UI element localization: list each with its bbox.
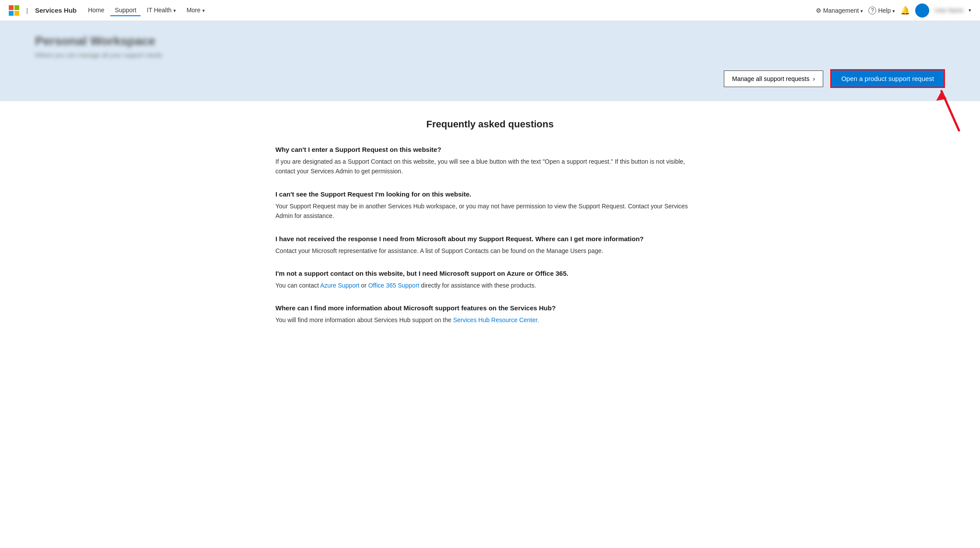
faq-question-3: I have not received the response I need … — [275, 235, 705, 242]
faq-answer-1: If you are designated as a Support Conta… — [275, 157, 705, 176]
microsoft-logo — [9, 5, 19, 16]
help-menu[interactable]: ? Help — [868, 7, 895, 14]
avatar[interactable] — [915, 4, 929, 18]
hero-wrapper: Personal Workspace Where you can manage … — [0, 21, 980, 101]
arrow-right-icon: › — [813, 75, 815, 82]
faq-question-1: Why can't I enter a Support Request on t… — [275, 146, 705, 153]
faq-item-1: Why can't I enter a Support Request on t… — [275, 146, 705, 176]
navbar: | Services Hub Home Support IT Health Mo… — [0, 0, 980, 21]
management-menu[interactable]: ⚙ Management — [816, 7, 864, 14]
faq-question-4: I'm not a support contact on this websit… — [275, 270, 705, 277]
account-name: User Name — [934, 7, 963, 14]
hero-subtitle: Where you can manage all your support ne… — [35, 52, 945, 59]
faq-answer-3: Contact your Microsoft representative fo… — [275, 246, 705, 256]
logo-green — [14, 5, 19, 10]
it-health-chevron — [173, 7, 176, 14]
nav-items: Home Support IT Health More — [84, 5, 812, 16]
faq-title: Frequently asked questions — [275, 119, 705, 130]
faq-answer-2: Your Support Request may be in another S… — [275, 201, 705, 221]
faq-answer-4: You can contact Azure Support or Office … — [275, 281, 705, 290]
bell-icon: 🔔 — [900, 6, 910, 15]
logo-yellow — [14, 11, 19, 16]
faq-item-5: Where can I find more information about … — [275, 304, 705, 325]
notifications-button[interactable]: 🔔 — [900, 6, 910, 15]
management-chevron — [860, 7, 863, 14]
azure-support-link[interactable]: Azure Support — [320, 282, 360, 289]
main-content: Frequently asked questions Why can't I e… — [249, 101, 731, 357]
manage-requests-button[interactable]: Manage all support requests › — [724, 70, 823, 87]
nav-right: ⚙ Management ? Help 🔔 User Name ▾ — [816, 4, 971, 18]
faq-question-5: Where can I find more information about … — [275, 304, 705, 312]
more-chevron — [202, 7, 205, 14]
open-support-request-button[interactable]: Open a product support request — [830, 69, 945, 88]
resource-center-link[interactable]: Services Hub Resource Center. — [453, 316, 539, 323]
hero-actions: Manage all support requests › Open a pro… — [35, 69, 945, 88]
brand-name: Services Hub — [35, 7, 77, 14]
help-chevron — [892, 7, 895, 14]
faq-answer-5: You will find more information about Ser… — [275, 315, 705, 325]
faq-question-2: I can't see the Support Request I'm look… — [275, 190, 705, 198]
logo-blue — [9, 11, 14, 16]
faq-item-4: I'm not a support contact on this websit… — [275, 270, 705, 290]
nav-support[interactable]: Support — [110, 5, 141, 16]
account-chevron[interactable]: ▾ — [969, 7, 971, 13]
hero-title: Personal Workspace — [35, 34, 945, 48]
faq-item-2: I can't see the Support Request I'm look… — [275, 190, 705, 221]
logo-red — [9, 5, 14, 10]
faq-item-3: I have not received the response I need … — [275, 235, 705, 256]
hero-section: Personal Workspace Where you can manage … — [0, 21, 980, 101]
brand-logo: | Services Hub — [9, 5, 77, 16]
help-icon: ? — [868, 7, 876, 14]
nav-more[interactable]: More — [182, 5, 209, 16]
office365-support-link[interactable]: Office 365 Support — [368, 282, 419, 289]
gear-icon: ⚙ — [816, 7, 821, 14]
nav-it-health[interactable]: IT Health — [142, 5, 180, 16]
nav-home[interactable]: Home — [84, 5, 109, 16]
